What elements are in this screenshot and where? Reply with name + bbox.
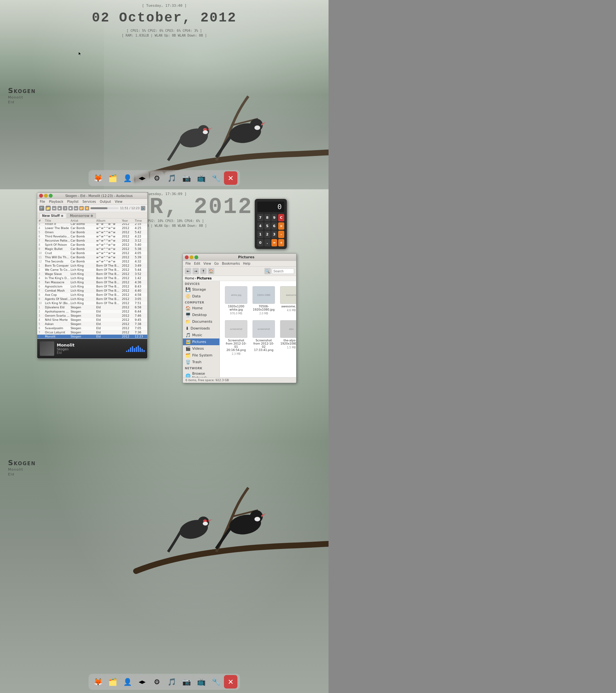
naut-breadcrumb-pictures[interactable]: Pictures — [197, 277, 212, 280]
naut-item-home[interactable]: 🏠 Home — [183, 305, 219, 312]
calc-button-6[interactable]: 6 — [272, 222, 278, 230]
naut-file-item[interactable]: awesome awesome.png 4.6 MB — [279, 285, 296, 316]
naut-file-item[interactable]: screenshot Screenshot from 2012-10-02 17… — [251, 319, 276, 357]
nautilus-close-button[interactable] — [185, 255, 188, 259]
naut-file-item[interactable]: alps the-alps-2-1920x1080.jpg 1.5 MB — [279, 319, 296, 357]
aud-track-row[interactable]: 6 Svavelpsalm Skogen Eld 2012 7:05 — [37, 326, 147, 331]
aud-track-row[interactable]: 10 Crud Car Bomb w^w^^w^w 2012 4:05 — [37, 251, 147, 255]
aud-track-row[interactable]: 9 Magic Bullet Car Bomb w^w^^w^w 2012 5:… — [37, 247, 147, 251]
nautilus-back-button[interactable]: ← — [185, 268, 191, 274]
aud-track-row[interactable]: 2 We Came To Conquer Lich King Born Of T… — [37, 268, 147, 272]
dock-icon-close[interactable]: ✕ — [224, 171, 237, 185]
dock-icon-files[interactable]: 🗂️ — [106, 171, 119, 185]
aud-next-button[interactable]: ⏭ — [74, 206, 78, 211]
audacious-close-button[interactable] — [39, 194, 43, 198]
aud-track-row[interactable]: 12 The Seconds Car Bomb w^w^^w^w 2012 4:… — [37, 260, 147, 264]
aud-track-row[interactable]: 6 Third Revelation (feat. Joseph... Car … — [37, 235, 147, 239]
naut-menu-view[interactable]: View — [203, 261, 212, 266]
calc-button-5[interactable]: 5 — [264, 222, 271, 230]
aud-track-row[interactable]: 7 Recursive Patterns Car Bomb w^w^^w^w 2… — [37, 239, 147, 243]
audacious-playlist[interactable]: 1 Mann Aus Stein Eis Wetterkreuz 2012 10… — [37, 223, 147, 339]
naut-item-videos[interactable]: 🎬 Videos — [183, 345, 219, 352]
aud-tab-new-stuff[interactable]: New Stuff ⊕ — [39, 213, 66, 218]
calc-button-_[interactable]: × — [278, 222, 284, 230]
nautilus-forward-button[interactable]: → — [193, 268, 199, 274]
nautilus-maximize-button[interactable] — [194, 255, 198, 259]
aud-track-row[interactable]: 5 Omen Car Bomb w^w^^w^w 2012 5:42 — [37, 230, 147, 235]
aud-menu-view[interactable]: View — [114, 200, 123, 204]
aud-play-button[interactable]: ▶ — [57, 206, 62, 211]
dock-b-files[interactable]: 🗂️ — [106, 675, 119, 689]
naut-item-desktop[interactable]: 🖥️ Desktop — [183, 312, 219, 318]
audacious-win-buttons[interactable] — [39, 194, 53, 198]
aud-tab-moonsorrow[interactable]: Moonsorrow ⊕ — [67, 213, 96, 218]
aud-track-row[interactable]: 8 Spirit Of Poison Car Bomb w^w^^w^w 201… — [37, 243, 147, 247]
aud-track-row[interactable]: 2 Apokalopsens Vita Dimma Skogen Eld 201… — [37, 310, 147, 314]
dock-icon-user[interactable]: 👤 — [121, 171, 134, 185]
aud-menu-services[interactable]: Services — [82, 200, 97, 204]
aud-track-row[interactable]: 7 Orcus Labyrnt Skogen Eld 2012 7:36 — [37, 331, 147, 335]
naut-menu-help[interactable]: Help — [242, 261, 251, 266]
aud-track-row[interactable]: 4 Lower The Blade Car Bomb w^w^^w^w 2012… — [37, 226, 147, 230]
nautilus-up-button[interactable]: ↑ — [200, 268, 206, 274]
aud-folder-button[interactable]: 📁 — [45, 206, 51, 211]
dock-b-tools[interactable]: 🔧 — [209, 675, 223, 689]
naut-menu-go[interactable]: Go — [214, 261, 219, 266]
nautilus-minimize-button[interactable] — [190, 255, 194, 259]
aud-track-row[interactable]: 5 Askan Skogen Eld 2012 7:38 — [37, 322, 147, 326]
nautilus-search-input[interactable] — [272, 268, 294, 274]
dock-icon-tools[interactable]: 🔧 — [209, 171, 223, 185]
aud-volume-button[interactable]: 🔊 — [141, 206, 145, 211]
naut-item-data[interactable]: 📀 Data — [183, 293, 219, 300]
aud-track-row[interactable]: 1 Djävalens Eld Skogen Eld 2012 6:58 — [37, 305, 147, 310]
aud-track-row[interactable]: 3 Genom Svarta Vatten Skogen Eld 2012 7:… — [37, 314, 147, 318]
dock-b-firefox[interactable]: 🦊 — [91, 675, 105, 689]
dock-icon-arrow[interactable]: ◀▶ — [135, 171, 149, 185]
nautilus-search-icon[interactable]: 🔍 — [264, 268, 271, 274]
calc-button-7[interactable]: 7 — [257, 214, 263, 221]
nautilus-win-buttons[interactable] — [185, 255, 198, 259]
aud-track-row[interactable]: 11 This Will Do The Job Car Bomb w^w^^w^… — [37, 255, 147, 260]
dock-b-camera[interactable]: 📷 — [180, 675, 193, 689]
calc-button-_[interactable]: - — [278, 231, 284, 238]
dock-b-monitor[interactable]: 📺 — [194, 675, 208, 689]
aud-track-row[interactable]: 7 Combat Mosh Lich King Born Of The Bomb… — [37, 289, 147, 293]
aud-pause-button[interactable]: ⏸ — [63, 206, 67, 211]
naut-item-storage[interactable]: 💾 Storage — [183, 286, 219, 293]
naut-item-trash[interactable]: 🗑️ Trash — [183, 359, 219, 365]
aud-track-row[interactable]: 8 Axe Cop Lich King Born Of The Bomb 201… — [37, 293, 147, 297]
nautilus-home-button[interactable]: 🏠 — [208, 268, 214, 274]
dock-icon-firefox[interactable]: 🦊 — [91, 171, 105, 185]
aud-track-row[interactable]: 6 Agnosticism Lich King Born Of The Bomb… — [37, 284, 147, 289]
dock-icon-settings[interactable]: ⚙️ — [150, 171, 164, 185]
calc-button-4[interactable]: 4 — [257, 222, 263, 230]
naut-item-documents[interactable]: 📁 Documents — [183, 318, 219, 325]
aud-stop-button[interactable]: ⏹ — [68, 206, 73, 211]
aud-shuffle-button[interactable]: 🔀 — [85, 206, 89, 211]
aud-menu-playlist[interactable]: Playlist — [66, 200, 79, 204]
aud-menu-playback[interactable]: Playback — [48, 200, 64, 204]
dock-b-close[interactable]: ✕ — [224, 675, 237, 689]
naut-file-item[interactable]: white.jpg 1920x1200 white.jpg 976.0 MB — [224, 285, 249, 316]
aud-prev-button[interactable]: ⏮ — [52, 206, 57, 211]
dock-icon-camera[interactable]: 📷 — [180, 171, 193, 185]
aud-track-row[interactable]: 9 Agents Of Steel (Agent Steel ... Lich … — [37, 297, 147, 301]
naut-item-music[interactable]: 🎵 Music — [183, 332, 219, 338]
aud-track-row[interactable]: 3 Finish It Car Bomb w^w^^w^w 2012 2:35 — [37, 223, 147, 226]
aud-track-row[interactable]: 5 Fan Massacre Lich King Born Of The Bom… — [37, 280, 147, 284]
calc-button-2[interactable]: 2 — [264, 231, 271, 238]
naut-menu-edit[interactable]: Edit — [194, 261, 201, 266]
calc-button-_[interactable]: = — [272, 239, 278, 246]
calc-button-8[interactable]: 8 — [264, 214, 271, 221]
naut-item-pictures[interactable]: 🖼️ Pictures — [183, 338, 219, 345]
dock-icon-monitor[interactable]: 📺 — [194, 171, 208, 185]
naut-item-downloads[interactable]: ⬇️ Downloads — [183, 325, 219, 332]
calc-button-9[interactable]: 9 — [272, 214, 278, 221]
naut-file-item[interactable]: screenshot Screenshot from 2012-10-01 20… — [224, 319, 249, 357]
naut-item-browse-network[interactable]: 🌐 Browse Network — [183, 371, 219, 377]
calc-button-1[interactable]: 1 — [257, 231, 263, 238]
audacious-maximize-button[interactable] — [49, 194, 53, 198]
aud-track-row[interactable]: 8 Monolit Skogen Eld 2012 12:23 — [37, 335, 147, 339]
naut-file-item[interactable]: 1920×1080 70506-1920x1080.jpg 2.0 MB — [251, 285, 276, 316]
aud-track-row[interactable]: 10 Lich King IV (Born Of The Bo... Lich … — [37, 301, 147, 305]
